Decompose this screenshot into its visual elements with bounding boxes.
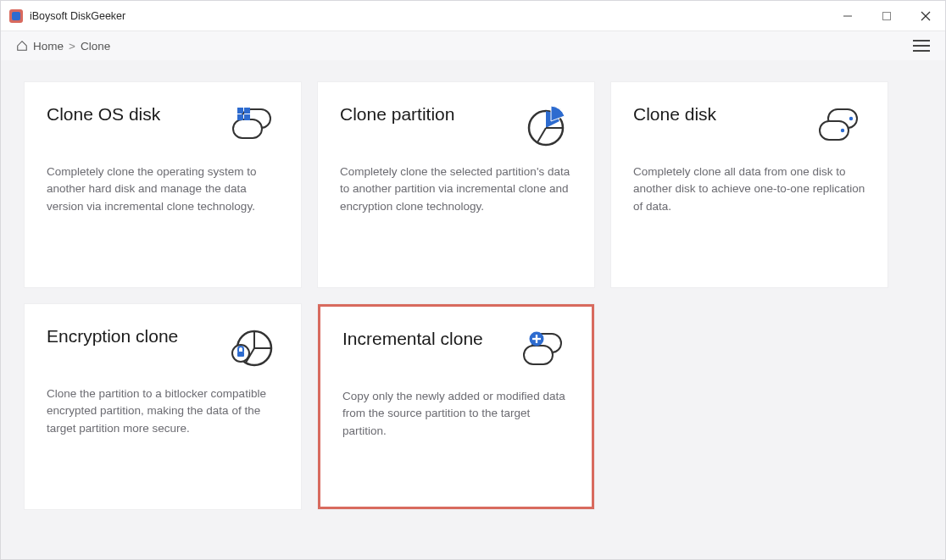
card-title: Clone disk — [633, 104, 716, 125]
svg-line-14 — [537, 128, 546, 142]
close-button[interactable] — [906, 2, 945, 30]
card-incremental-clone[interactable]: Incremental clone Copy only the newly ad… — [318, 304, 594, 509]
card-description: Completely clone the selected partition'… — [340, 164, 572, 215]
card-description: Completely clone the operating system to… — [47, 164, 279, 215]
card-title: Encryption clone — [47, 326, 178, 347]
breadcrumb-separator: > — [69, 40, 75, 53]
card-title: Incremental clone — [342, 329, 483, 349]
content-area: Clone OS disk Completely clone the opera… — [1, 60, 945, 559]
card-description: Clone the partition to a bitlocker compa… — [47, 385, 279, 437]
hamburger-menu-icon[interactable] — [913, 40, 930, 52]
breadcrumb: Home > Clone — [16, 40, 110, 53]
card-title: Clone OS disk — [47, 104, 160, 125]
maximize-button[interactable] — [867, 2, 906, 30]
svg-rect-24 — [237, 352, 244, 357]
app-icon — [9, 9, 23, 23]
breadcrumb-home[interactable]: Home — [33, 40, 64, 53]
svg-rect-7 — [233, 119, 262, 138]
pie-partition-icon — [520, 104, 572, 148]
double-disk-icon — [813, 104, 865, 148]
app-title: iBoysoft DiskGeeker — [30, 10, 828, 22]
card-description: Completely clone all data from one disk … — [633, 164, 865, 215]
svg-point-16 — [849, 117, 853, 120]
minimize-button[interactable] — [828, 2, 867, 30]
breadcrumb-bar: Home > Clone — [1, 31, 945, 60]
incremental-disk-icon — [517, 329, 570, 373]
svg-rect-11 — [244, 114, 250, 120]
card-title: Clone partition — [340, 104, 454, 125]
card-clone-disk[interactable]: Clone disk Completely clone all data fro… — [611, 82, 888, 287]
card-grid: Clone OS disk Completely clone the opera… — [25, 82, 921, 509]
titlebar: iBoysoft DiskGeeker — [1, 1, 945, 31]
card-encryption-clone[interactable]: Encryption clone Clone the par — [25, 304, 301, 509]
svg-point-18 — [841, 129, 844, 132]
svg-rect-10 — [237, 114, 243, 120]
home-icon[interactable] — [16, 40, 28, 52]
svg-rect-9 — [244, 108, 250, 114]
card-clone-partition[interactable]: Clone partition Completely clone the sel… — [318, 82, 594, 287]
app-window: iBoysoft DiskGeeker Home > Clone Cl — [0, 0, 946, 560]
os-disk-icon — [226, 104, 279, 148]
svg-rect-8 — [237, 108, 243, 114]
svg-rect-26 — [524, 346, 553, 364]
breadcrumb-current: Clone — [81, 40, 110, 53]
card-clone-os-disk[interactable]: Clone OS disk Completely clone the opera… — [25, 82, 301, 287]
encryption-pie-icon — [226, 326, 279, 370]
svg-rect-1 — [12, 12, 20, 20]
svg-rect-3 — [883, 12, 891, 19]
card-description: Copy only the newly added or modified da… — [342, 388, 570, 440]
